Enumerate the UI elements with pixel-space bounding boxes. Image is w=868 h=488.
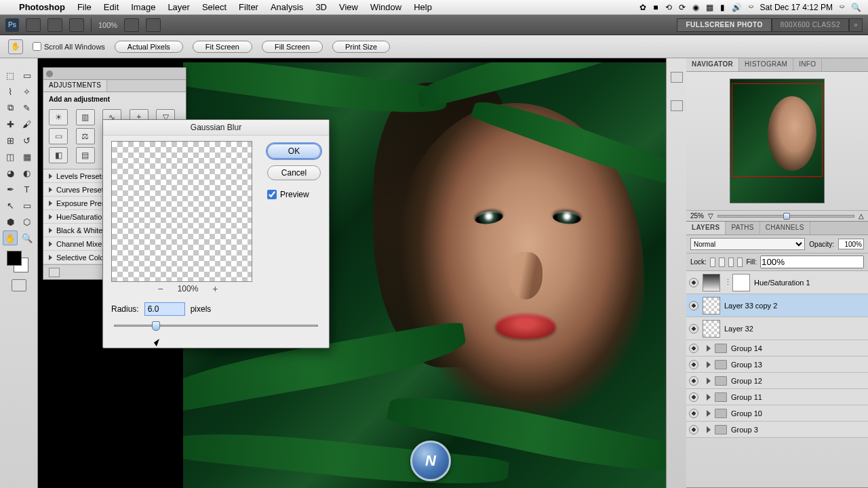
fill-screen-button[interactable]: Fill Screen xyxy=(262,41,323,53)
workspace-tab[interactable]: 800X600 CLASS2 xyxy=(772,18,849,32)
stamp-tool-icon[interactable]: ⊞ xyxy=(3,133,18,148)
status-icon[interactable]: ✿ xyxy=(639,3,646,12)
crop-tool-icon[interactable]: ⧉ xyxy=(3,100,18,115)
history-brush-icon[interactable]: ↺ xyxy=(20,133,35,148)
menu-help[interactable]: Help xyxy=(414,2,432,12)
radius-slider[interactable] xyxy=(114,321,318,331)
print-size-button[interactable]: Print Size xyxy=(332,41,390,53)
panel-titlebar[interactable] xyxy=(43,68,186,80)
3d-camera-icon[interactable]: ⬡ xyxy=(20,214,35,229)
screen-mode-icon[interactable] xyxy=(69,18,84,32)
disclosure-icon[interactable] xyxy=(707,394,711,401)
menu-filter[interactable]: Filter xyxy=(239,2,258,12)
adjustments-tab[interactable]: ADJUSTMENTS xyxy=(43,80,107,92)
layer-group-row[interactable]: Group 12 xyxy=(686,373,868,389)
layers-tab[interactable]: LAYERS xyxy=(686,222,726,235)
cancel-button[interactable]: Cancel xyxy=(267,165,321,180)
dodge-tool-icon[interactable]: ◐ xyxy=(20,165,35,180)
close-icon[interactable] xyxy=(46,70,53,77)
channels-tab[interactable]: CHANNELS xyxy=(760,222,810,235)
status-icon[interactable]: ▮ xyxy=(720,3,725,12)
hand-tool-icon[interactable]: ✋ xyxy=(8,39,23,54)
blur-tool-icon[interactable]: ◕ xyxy=(3,165,18,180)
airport-icon[interactable]: ⌔ xyxy=(840,3,844,12)
posterize-icon[interactable]: ▤ xyxy=(76,147,95,163)
paths-tab[interactable]: PATHS xyxy=(726,222,760,235)
visibility-icon[interactable] xyxy=(689,344,698,353)
layer-group-row[interactable]: Group 13 xyxy=(686,357,868,373)
gradient-tool-icon[interactable]: ▦ xyxy=(20,149,35,164)
wifi-icon[interactable]: ⌔ xyxy=(749,3,753,12)
arrange-icon[interactable] xyxy=(124,18,139,32)
volume-icon[interactable]: 🔊 xyxy=(732,3,742,12)
zoom-in-icon[interactable]: △ xyxy=(859,212,864,220)
lock-all-icon[interactable] xyxy=(737,258,743,267)
disclosure-icon[interactable] xyxy=(707,410,711,417)
actual-pixels-button[interactable]: Actual Pixels xyxy=(115,41,183,53)
lasso-tool-icon[interactable]: ⌇ xyxy=(3,84,18,99)
panel-icon[interactable] xyxy=(671,100,683,111)
foreground-swatch[interactable] xyxy=(7,251,22,266)
panel-footer-icon[interactable] xyxy=(49,268,60,277)
layer-row[interactable]: ⋮ Hue/Saturation 1 xyxy=(686,271,868,294)
screen-icon[interactable] xyxy=(146,18,161,32)
menu-image[interactable]: Image xyxy=(131,2,155,12)
brightness-icon[interactable]: ☀ xyxy=(49,109,68,125)
visibility-icon[interactable] xyxy=(689,392,698,402)
eyedropper-tool-icon[interactable]: ✎ xyxy=(20,100,35,115)
marquee-tool-icon[interactable]: ▭ xyxy=(20,68,35,83)
opacity-input[interactable] xyxy=(838,239,864,249)
menu-3d[interactable]: 3D xyxy=(315,2,327,12)
clock[interactable]: Sat Dec 17 4:12 PM xyxy=(760,3,833,12)
hue-icon[interactable]: ▭ xyxy=(49,128,68,144)
layer-group-row[interactable]: Group 10 xyxy=(686,405,868,422)
menu-edit[interactable]: Edit xyxy=(104,2,119,12)
menu-view[interactable]: View xyxy=(339,2,358,12)
radius-input[interactable] xyxy=(144,302,185,316)
visibility-icon[interactable] xyxy=(689,425,698,434)
pen-tool-icon[interactable]: ✒ xyxy=(3,182,18,197)
photoshop-icon[interactable]: Ps xyxy=(5,18,19,32)
fill-input[interactable] xyxy=(760,256,864,268)
levels-icon[interactable]: ▥ xyxy=(76,109,95,125)
status-icon[interactable]: ⟳ xyxy=(679,3,686,12)
layer-row[interactable]: Layer 32 xyxy=(686,317,868,340)
zoom-slider[interactable] xyxy=(717,215,854,218)
status-icon[interactable]: ◉ xyxy=(692,3,699,12)
eraser-tool-icon[interactable]: ◫ xyxy=(3,149,18,164)
brush-tool-icon[interactable]: 🖌 xyxy=(20,117,35,131)
3d-tool-icon[interactable]: ⬢ xyxy=(3,214,18,229)
filter-preview[interactable] xyxy=(111,141,252,282)
wand-tool-icon[interactable]: ✧ xyxy=(20,84,35,99)
disclosure-icon[interactable] xyxy=(707,345,711,352)
visibility-icon[interactable] xyxy=(689,409,698,418)
lock-position-icon[interactable] xyxy=(728,258,734,267)
type-tool-icon[interactable]: T xyxy=(20,182,35,197)
path-tool-icon[interactable]: ↖ xyxy=(3,198,18,213)
menu-select[interactable]: Select xyxy=(202,2,226,12)
disclosure-icon[interactable] xyxy=(707,378,711,384)
workspace-tab-active[interactable]: FULLSCREEN PHOTO xyxy=(677,18,771,32)
shape-tool-icon[interactable]: ▭ xyxy=(20,198,35,213)
visibility-icon[interactable] xyxy=(689,278,698,287)
invert-icon[interactable]: ◧ xyxy=(49,147,68,163)
layer-thumbnail[interactable] xyxy=(703,320,720,338)
visibility-icon[interactable] xyxy=(689,301,698,310)
move-tool-icon[interactable]: ⬚ xyxy=(3,68,18,83)
disclosure-icon[interactable] xyxy=(707,426,711,433)
colorbalance-icon[interactable]: ⚖ xyxy=(76,128,95,144)
layer-group-row[interactable]: Group 14 xyxy=(686,340,868,357)
hand-tool-icon[interactable]: ✋ xyxy=(3,230,18,245)
zoom-out-button[interactable]: − xyxy=(156,283,165,294)
zoom-tool-icon[interactable]: 🔍 xyxy=(20,230,35,245)
lock-transparency-icon[interactable] xyxy=(710,258,715,267)
layer-group-row[interactable]: Group 3 xyxy=(686,422,868,438)
scroll-all-checkbox[interactable]: Scroll All Windows xyxy=(33,42,105,51)
mini-bridge-icon[interactable] xyxy=(47,18,62,32)
status-icon[interactable]: ⟲ xyxy=(665,3,672,12)
app-name[interactable]: Photoshop xyxy=(19,2,65,12)
fit-screen-button[interactable]: Fit Screen xyxy=(193,41,252,53)
zoom-out-icon[interactable]: ▽ xyxy=(708,212,713,220)
visibility-icon[interactable] xyxy=(689,376,698,386)
status-icon[interactable]: ▦ xyxy=(706,3,713,12)
